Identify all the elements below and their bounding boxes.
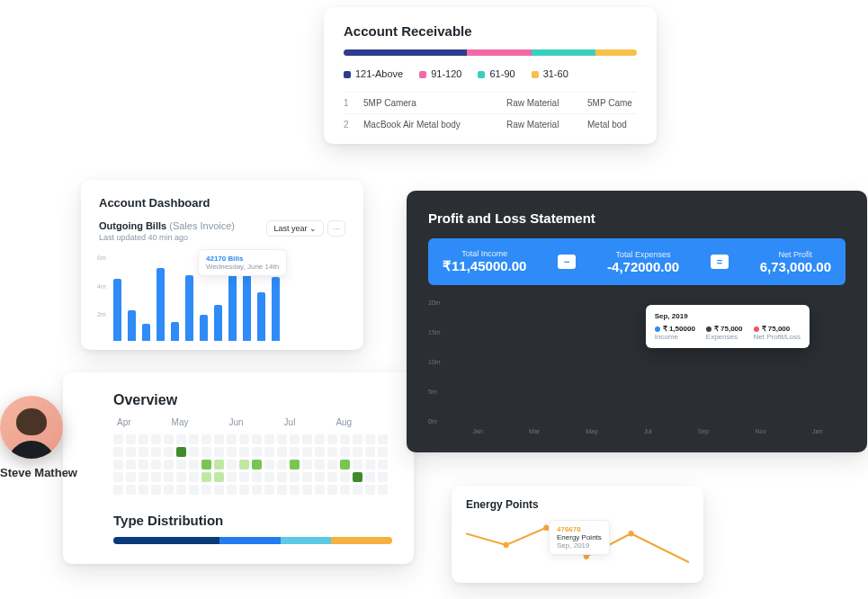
legend-item[interactable]: 31-60 (532, 68, 568, 79)
heat-cell[interactable] (340, 434, 350, 444)
heat-cell[interactable] (365, 447, 375, 457)
heat-cell[interactable] (277, 485, 287, 495)
heat-cell[interactable] (151, 447, 161, 457)
heat-cell[interactable] (176, 460, 186, 469)
heat-cell[interactable] (264, 434, 274, 444)
heat-cell[interactable] (239, 434, 249, 444)
heat-cell[interactable] (113, 472, 123, 482)
heat-cell[interactable] (327, 460, 337, 469)
heat-cell[interactable] (264, 485, 274, 495)
heat-cell[interactable] (378, 485, 388, 495)
heat-cell[interactable] (277, 434, 287, 444)
heat-cell[interactable] (302, 485, 312, 495)
heat-cell[interactable] (126, 434, 136, 444)
heat-cell[interactable] (315, 485, 325, 495)
heat-cell[interactable] (277, 447, 287, 457)
heat-cell[interactable] (126, 447, 136, 457)
heat-cell[interactable] (201, 472, 211, 482)
heat-cell[interactable] (340, 447, 350, 457)
heat-cell[interactable] (264, 460, 274, 469)
heat-cell[interactable] (315, 434, 325, 444)
heat-cell[interactable] (353, 447, 362, 457)
heat-cell[interactable] (302, 472, 312, 482)
heat-cell[interactable] (302, 434, 312, 444)
heat-cell[interactable] (378, 447, 388, 457)
heat-cell[interactable] (378, 472, 388, 482)
heat-cell[interactable] (214, 460, 224, 469)
heat-cell[interactable] (239, 460, 249, 469)
heat-cell[interactable] (139, 472, 148, 482)
table-row[interactable]: 2 MacBook Air Metal body Raw Material Me… (344, 113, 637, 135)
heat-cell[interactable] (340, 460, 350, 469)
heat-cell[interactable] (277, 460, 287, 469)
heat-cell[interactable] (151, 434, 161, 444)
heat-cell[interactable] (113, 434, 123, 444)
table-row[interactable]: 1 5MP Camera Raw Material 5MP Came (344, 92, 637, 113)
heat-cell[interactable] (139, 434, 148, 444)
heat-cell[interactable] (151, 472, 161, 482)
heat-cell[interactable] (327, 447, 337, 457)
heat-cell[interactable] (189, 460, 199, 469)
heat-cell[interactable] (365, 472, 375, 482)
heat-cell[interactable] (290, 460, 300, 469)
heat-cell[interactable] (327, 485, 337, 495)
heat-cell[interactable] (315, 447, 325, 457)
heat-cell[interactable] (201, 447, 211, 457)
user-badge[interactable]: Steve Mathew (0, 396, 77, 479)
heat-cell[interactable] (239, 447, 249, 457)
heat-cell[interactable] (365, 485, 375, 495)
heat-cell[interactable] (315, 472, 325, 482)
heat-cell[interactable] (113, 447, 123, 457)
heat-cell[interactable] (365, 460, 375, 469)
heat-cell[interactable] (113, 460, 123, 469)
heat-cell[interactable] (327, 472, 337, 482)
heat-cell[interactable] (239, 485, 249, 495)
heat-cell[interactable] (164, 485, 174, 495)
heat-cell[interactable] (378, 434, 388, 444)
heat-cell[interactable] (315, 460, 325, 469)
heat-cell[interactable] (139, 447, 148, 457)
heat-cell[interactable] (264, 447, 274, 457)
heat-cell[interactable] (164, 447, 174, 457)
heat-cell[interactable] (252, 434, 262, 444)
heat-cell[interactable] (189, 472, 199, 482)
heat-cell[interactable] (290, 434, 300, 444)
heat-cell[interactable] (189, 485, 199, 495)
heat-cell[interactable] (164, 460, 174, 469)
heat-cell[interactable] (214, 447, 224, 457)
legend-item[interactable]: 61-90 (478, 68, 515, 79)
heat-cell[interactable] (227, 485, 237, 495)
heat-cell[interactable] (252, 447, 262, 457)
heat-cell[interactable] (126, 472, 136, 482)
heat-cell[interactable] (176, 472, 186, 482)
legend-item[interactable]: 91-120 (419, 68, 461, 79)
heat-cell[interactable] (290, 447, 300, 457)
heat-cell[interactable] (214, 485, 224, 495)
heat-cell[interactable] (189, 434, 199, 444)
heat-cell[interactable] (151, 460, 161, 469)
heat-cell[interactable] (353, 472, 362, 482)
heat-cell[interactable] (227, 460, 237, 469)
heatmap[interactable] (113, 434, 392, 495)
heat-cell[interactable] (214, 472, 224, 482)
heat-cell[interactable] (126, 485, 136, 495)
heat-cell[interactable] (151, 485, 161, 495)
heat-cell[interactable] (302, 460, 312, 469)
heat-cell[interactable] (139, 485, 148, 495)
heat-cell[interactable] (378, 460, 388, 469)
heat-cell[interactable] (201, 485, 211, 495)
heat-cell[interactable] (201, 460, 211, 469)
heat-cell[interactable] (227, 472, 237, 482)
heat-cell[interactable] (214, 434, 224, 444)
heat-cell[interactable] (353, 460, 362, 469)
ep-chart[interactable]: 476678 Energy Points Sep, 2019 (466, 516, 689, 574)
heat-cell[interactable] (290, 485, 300, 495)
heat-cell[interactable] (176, 447, 186, 457)
heat-cell[interactable] (302, 447, 312, 457)
heat-cell[interactable] (176, 485, 186, 495)
heat-cell[interactable] (252, 460, 262, 469)
heat-cell[interactable] (353, 485, 362, 495)
heat-cell[interactable] (164, 472, 174, 482)
heat-cell[interactable] (353, 434, 362, 444)
heat-cell[interactable] (176, 434, 186, 444)
